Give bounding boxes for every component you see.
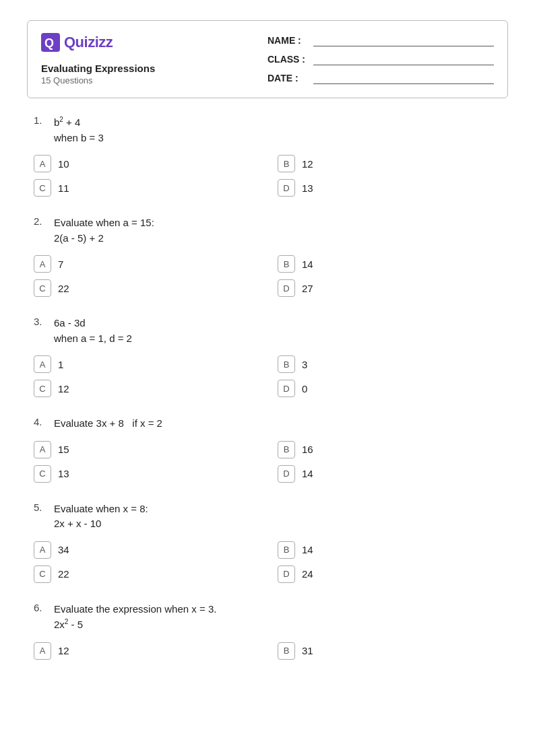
answer-letter-5a: A — [34, 541, 51, 559]
question-4-text: Evaluate 3x + 8 if x = 2 — [54, 416, 162, 432]
question-4-header: 4. Evaluate 3x + 8 if x = 2 — [27, 416, 508, 432]
question-4: 4. Evaluate 3x + 8 if x = 2 A 15 B 16 C … — [27, 416, 508, 483]
answer-4a: A 15 — [34, 441, 264, 458]
answer-1b: B 12 — [278, 155, 508, 172]
answer-letter-6b: B — [278, 642, 295, 660]
question-1-answers: A 10 B 12 C 11 D 13 — [27, 155, 508, 197]
question-3-header: 3. 6a - 3dwhen a = 1, d = 2 — [27, 316, 508, 346]
answer-letter-1b: B — [278, 155, 295, 172]
answer-value-3a: 1 — [58, 359, 63, 370]
answer-value-1a: 10 — [58, 158, 69, 170]
answer-4c: C 13 — [34, 465, 264, 483]
answer-4d: D 14 — [278, 465, 508, 483]
answer-letter-1d: D — [278, 179, 295, 197]
name-field-row: NAME : — [268, 34, 494, 46]
question-4-number: 4. — [34, 416, 54, 427]
answer-value-5d: 24 — [302, 568, 313, 580]
answer-letter-1a: A — [34, 155, 51, 172]
answer-value-1b: 12 — [302, 158, 313, 170]
answer-value-6a: 12 — [58, 645, 69, 656]
date-field-row: DATE : — [268, 72, 494, 84]
quiz-title: Evaluating Expressions — [41, 63, 268, 74]
answer-value-4d: 14 — [302, 468, 313, 479]
question-3-text: 6a - 3dwhen a = 1, d = 2 — [54, 316, 132, 346]
question-5-header: 5. Evaluate when x = 8:2x + x - 10 — [27, 502, 508, 532]
answer-value-3d: 0 — [302, 383, 307, 394]
class-label: CLASS : — [268, 54, 308, 65]
answer-value-4c: 13 — [58, 468, 69, 479]
logo: Q Quizizz — [41, 33, 268, 52]
answer-letter-3c: C — [34, 380, 51, 397]
answer-letter-2d: D — [278, 279, 295, 297]
answer-letter-1c: C — [34, 179, 51, 197]
question-1-header: 1. b2 + 4when b = 3 — [27, 114, 508, 145]
question-3-answers: A 1 B 3 C 12 D 0 — [27, 355, 508, 397]
question-6-text: Evaluate the expression when x = 3.2x2 -… — [54, 602, 216, 633]
answer-2b: B 14 — [278, 255, 508, 273]
question-2-answers: A 7 B 14 C 22 D 27 — [27, 255, 508, 297]
answer-2c: C 22 — [34, 279, 264, 297]
answer-letter-4a: A — [34, 441, 51, 458]
question-6: 6. Evaluate the expression when x = 3.2x… — [27, 602, 508, 660]
answer-letter-2c: C — [34, 279, 51, 297]
answer-value-5a: 34 — [58, 544, 69, 555]
answer-letter-3d: D — [278, 380, 295, 397]
answer-letter-5d: D — [278, 565, 295, 583]
answer-6a: A 12 — [34, 642, 264, 660]
answer-1d: D 13 — [278, 179, 508, 197]
answer-1c: C 11 — [34, 179, 264, 197]
question-2: 2. Evaluate when a = 15:2(a - 5) + 2 A 7… — [27, 215, 508, 297]
question-1: 1. b2 + 4when b = 3 A 10 B 12 C 11 D 13 — [27, 114, 508, 197]
question-6-answers: A 12 B 31 — [27, 642, 508, 660]
answer-3b: B 3 — [278, 355, 508, 373]
answer-letter-4b: B — [278, 441, 295, 458]
answer-value-2d: 27 — [302, 283, 313, 294]
answer-letter-4c: C — [34, 465, 51, 483]
header-right: NAME : CLASS : DATE : — [268, 33, 494, 85]
header-box: Q Quizizz Evaluating Expressions 15 Ques… — [27, 20, 508, 98]
answer-5d: D 24 — [278, 565, 508, 583]
answer-value-2c: 22 — [58, 283, 69, 294]
answer-5b: B 14 — [278, 541, 508, 559]
question-1-number: 1. — [34, 114, 54, 126]
question-5-number: 5. — [34, 502, 54, 513]
answer-5c: C 22 — [34, 565, 264, 583]
name-label: NAME : — [268, 35, 308, 46]
page: Q Quizizz Evaluating Expressions 15 Ques… — [0, 0, 535, 699]
question-6-number: 6. — [34, 602, 54, 613]
question-2-text: Evaluate when a = 15:2(a - 5) + 2 — [54, 215, 154, 246]
answer-3c: C 12 — [34, 380, 264, 397]
date-label: DATE : — [268, 73, 308, 83]
answer-value-3c: 12 — [58, 383, 69, 394]
answer-letter-2b: B — [278, 255, 295, 273]
answer-value-1c: 11 — [58, 182, 69, 194]
svg-text:Q: Q — [44, 36, 54, 50]
question-5: 5. Evaluate when x = 8:2x + x - 10 A 34 … — [27, 502, 508, 583]
answer-3d: D 0 — [278, 380, 508, 397]
class-field-row: CLASS : — [268, 53, 494, 65]
answer-letter-5b: B — [278, 541, 295, 559]
answer-value-5b: 14 — [302, 544, 313, 555]
answer-value-3b: 3 — [302, 359, 307, 370]
answer-value-6b: 31 — [302, 645, 313, 656]
date-line — [313, 72, 494, 84]
answer-letter-3b: B — [278, 355, 295, 373]
question-2-number: 2. — [34, 215, 54, 227]
question-2-header: 2. Evaluate when a = 15:2(a - 5) + 2 — [27, 215, 508, 246]
question-6-header: 6. Evaluate the expression when x = 3.2x… — [27, 602, 508, 633]
quizizz-logo-icon: Q — [41, 33, 60, 52]
name-line — [313, 34, 494, 46]
answer-value-5c: 22 — [58, 568, 69, 580]
question-1-text: b2 + 4when b = 3 — [54, 114, 104, 145]
answer-letter-6a: A — [34, 642, 51, 660]
answer-value-2a: 7 — [58, 259, 63, 270]
answer-letter-2a: A — [34, 255, 51, 273]
answer-value-4a: 15 — [58, 444, 69, 455]
answer-value-2b: 14 — [302, 259, 313, 270]
answer-6b: B 31 — [278, 642, 508, 660]
answer-2d: D 27 — [278, 279, 508, 297]
answer-4b: B 16 — [278, 441, 508, 458]
question-5-text: Evaluate when x = 8:2x + x - 10 — [54, 502, 148, 532]
question-3: 3. 6a - 3dwhen a = 1, d = 2 A 1 B 3 C 12… — [27, 316, 508, 397]
answer-value-1d: 13 — [302, 182, 313, 194]
